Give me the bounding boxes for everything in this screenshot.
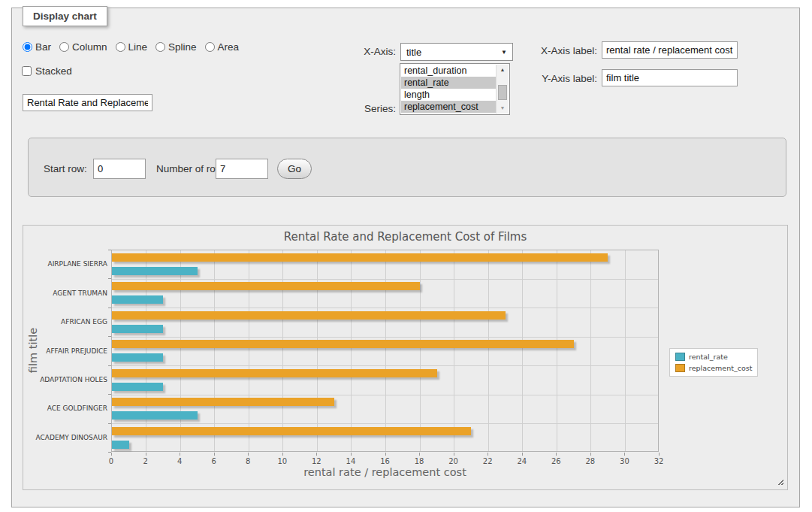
- x-axis-tick: [146, 453, 146, 456]
- x-axis-tick: [248, 453, 249, 456]
- gridline-horizontal: [112, 337, 658, 338]
- bar-rental_rate-5: [112, 383, 163, 391]
- chart-type-radio-label: Bar: [35, 41, 51, 53]
- series-scrollbar[interactable]: ▲ ▼: [496, 65, 509, 114]
- gridline-vertical: [214, 250, 215, 451]
- start-row-input[interactable]: [93, 159, 146, 179]
- gridline-horizontal: [112, 423, 658, 424]
- x-axis-tick: [351, 453, 352, 456]
- gridline-vertical: [420, 250, 421, 451]
- category-label: AGENT TRUMAN: [25, 289, 107, 297]
- x-axis-tick-label: 12: [305, 457, 328, 465]
- chart-type-option-line[interactable]: Line: [116, 41, 148, 53]
- gridline-vertical: [180, 250, 181, 451]
- chart-type-option-spline[interactable]: Spline: [155, 41, 197, 53]
- series-option-rental_rate[interactable]: rental_rate: [401, 77, 496, 89]
- bar-rental_rate-6: [112, 411, 198, 420]
- x-axis-tick: [659, 453, 660, 456]
- y-axis-tick: [108, 423, 111, 424]
- chart-type-radio-label: Line: [128, 41, 148, 53]
- gridline-vertical: [488, 250, 489, 451]
- chart-type-radio-area[interactable]: [205, 42, 215, 52]
- x-axis-tick-label: 0: [100, 457, 122, 465]
- chart-title: Rental Rate and Replacement Cost of Film…: [23, 230, 787, 244]
- x-axis-tick-label: 30: [613, 457, 635, 465]
- bar-rental_rate-3: [112, 325, 163, 333]
- bar-rental_rate-4: [112, 353, 163, 362]
- category-label: ACADEMY DINOSAUR: [25, 434, 107, 441]
- series-option-rental_duration[interactable]: rental_duration: [401, 65, 496, 77]
- gridline-horizontal: [112, 365, 658, 366]
- x-axis-tick-label: 10: [271, 457, 294, 465]
- chart-type-radio-line[interactable]: [116, 42, 125, 52]
- resize-handle-icon[interactable]: [776, 477, 783, 485]
- bar-replacement_cost-1: [112, 253, 608, 262]
- x-axis-tick: [111, 453, 112, 456]
- chart-type-option-bar[interactable]: Bar: [23, 41, 51, 53]
- number-of-rows-input[interactable]: [216, 159, 268, 179]
- chart-type-radio-group: BarColumnLineSplineArea: [23, 41, 239, 53]
- gridline-horizontal: [112, 395, 658, 395]
- series-caption: Series:: [315, 103, 396, 114]
- stacked-checkbox[interactable]: [22, 66, 32, 76]
- y-axis-tick: [108, 250, 111, 250]
- x-axis-tick: [214, 453, 215, 456]
- x-axis-tick: [590, 453, 591, 456]
- chart-type-radio-column[interactable]: [59, 42, 69, 52]
- x-axis-tick: [624, 453, 625, 456]
- gridline-horizontal: [112, 279, 658, 280]
- bar-replacement_cost-4: [112, 340, 574, 348]
- chart-type-radio-label: Spline: [168, 41, 197, 53]
- bar-replacement_cost-7: [112, 427, 471, 435]
- bar-rental_rate-1: [112, 267, 198, 275]
- chart-type-radio-spline[interactable]: [155, 42, 165, 52]
- go-button[interactable]: Go: [277, 159, 312, 179]
- x-axis-tick-label: 8: [237, 457, 259, 465]
- legend-label: replacement_cost: [689, 364, 752, 372]
- series-option-replacement_cost[interactable]: replacement_cost: [401, 101, 496, 113]
- series-option-length[interactable]: length: [401, 89, 496, 101]
- x-axis-tick: [316, 453, 317, 456]
- scrollbar-down-arrow-icon[interactable]: ▼: [497, 103, 509, 114]
- y-axis-label-input[interactable]: [602, 69, 738, 86]
- x-axis-caption: X-Axis:: [315, 46, 396, 57]
- scrollbar-up-arrow-icon[interactable]: ▲: [497, 65, 509, 75]
- fieldset-legend: Display chart: [23, 6, 107, 26]
- x-axis-select[interactable]: title ▼: [400, 43, 513, 61]
- chart-type-radio-bar[interactable]: [23, 42, 32, 52]
- x-axis-tick-label: 2: [134, 457, 157, 465]
- chart-title-input[interactable]: [23, 94, 152, 111]
- x-axis-title: rental rate / replacement cost: [111, 466, 659, 478]
- category-label: ADAPTATION HOLES: [25, 376, 107, 383]
- y-axis-tick: [108, 336, 111, 337]
- bar-replacement_cost-6: [112, 398, 334, 406]
- series-multiselect[interactable]: rental_durationrental_ratelengthreplacem…: [400, 63, 510, 115]
- legend-swatch-replacement_cost: [675, 364, 685, 372]
- row-range-panel: Start row: Number of rows: Go: [28, 138, 786, 197]
- x-axis-tick: [522, 453, 523, 456]
- category-label: AIRPLANE SIERRA: [25, 260, 107, 268]
- gridline-vertical: [317, 250, 318, 451]
- x-axis-tick: [454, 453, 454, 456]
- dropdown-arrow-icon: ▼: [501, 49, 507, 56]
- chart-type-option-area[interactable]: Area: [205, 41, 240, 53]
- chart-type-option-column[interactable]: Column: [59, 41, 107, 53]
- x-axis-tick: [488, 453, 488, 456]
- legend-swatch-rental_rate: [675, 353, 685, 361]
- bar-rental_rate-2: [112, 295, 163, 304]
- x-axis-tick: [282, 453, 283, 456]
- gridline-vertical: [351, 250, 352, 451]
- y-axis-tick: [108, 452, 111, 453]
- y-axis-tick: [108, 394, 111, 395]
- category-label: ACE GOLDFINGER: [25, 404, 107, 412]
- x-axis-tick-label: 32: [647, 457, 670, 465]
- stacked-checkbox-row[interactable]: Stacked: [22, 65, 72, 77]
- scrollbar-thumb[interactable]: [498, 85, 507, 100]
- x-axis-label-input[interactable]: [602, 41, 738, 59]
- category-label: AFFAIR PREJUDICE: [25, 347, 107, 355]
- gridline-vertical: [385, 250, 386, 451]
- x-axis-tick-label: 20: [442, 457, 465, 465]
- category-label: AFRICAN EGG: [25, 318, 107, 326]
- plot-area: [111, 250, 659, 452]
- x-axis-tick: [556, 453, 557, 456]
